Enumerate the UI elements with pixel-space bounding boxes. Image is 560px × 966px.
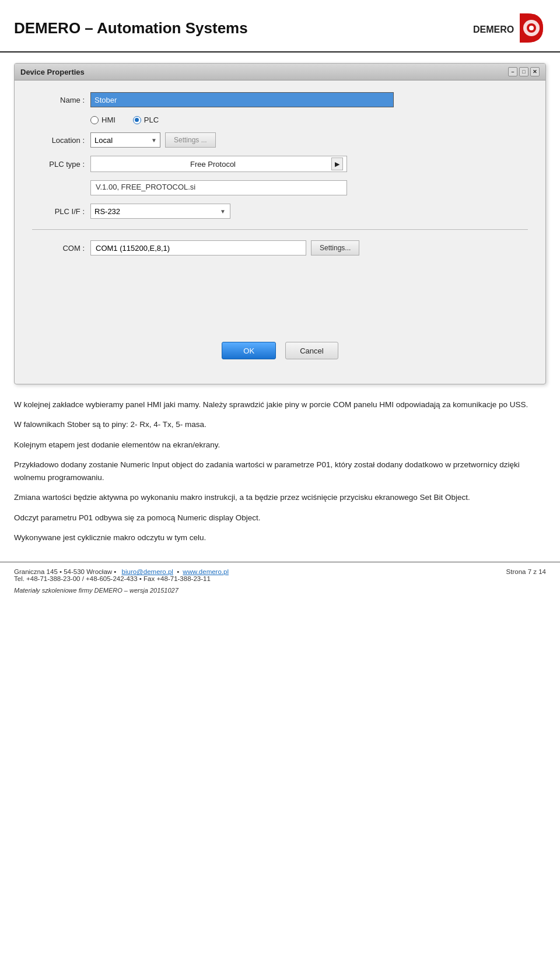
com-label: COM :: [32, 244, 90, 253]
close-button[interactable]: ✕: [530, 67, 540, 76]
page-footer: Graniczna 145 • 54-530 Wrocław • biuro@d…: [0, 562, 560, 586]
body-para2: W falownikach Stober są to piny: 2- Rx, …: [14, 418, 546, 431]
plc-type-box: Free Protocol ▶: [90, 156, 347, 172]
location-select[interactable]: Local: [90, 132, 160, 148]
com-row: COM : Settings...: [32, 240, 528, 256]
body-para3: Kolejnym etapem jest dodanie elementów n…: [14, 439, 546, 452]
plc-radio[interactable]: PLC: [133, 116, 159, 124]
com-input[interactable]: [90, 240, 306, 256]
dialog-titlebar: Device Properties – □ ✕: [15, 64, 545, 80]
titlebar-buttons: – □ ✕: [508, 67, 540, 76]
plc-type-value: Free Protocol: [94, 160, 331, 169]
footer-bottom: Materiały szkoleniowe firmy DEMERO – wer…: [0, 586, 560, 598]
footer-right: Strona 7 z 14: [506, 568, 546, 575]
body-para4: Przykładowo dodany zostanie Numeric Inpu…: [14, 459, 546, 485]
device-type-radio-group: HMI PLC: [90, 116, 159, 124]
ok-button[interactable]: OK: [222, 342, 276, 359]
footer-page-info: Strona 7 z 14: [506, 568, 546, 575]
name-label: Name :: [32, 96, 90, 104]
name-input[interactable]: [90, 92, 394, 107]
plc-if-label: PLC I/F :: [32, 207, 90, 216]
location-label: Location :: [32, 136, 90, 145]
plc-if-select-wrapper: RS-232 ▼: [90, 204, 230, 219]
footer-address: Graniczna 145 • 54-530 Wrocław •: [14, 568, 116, 575]
location-controls: Local ▼ Settings ...: [90, 132, 528, 148]
demero-logo: DEMERO: [470, 10, 546, 46]
page-title: DEMERO – Automation Systems: [14, 19, 248, 37]
version-text: V.1.00, FREE_PROTOCOL.si: [90, 180, 347, 195]
location-row: Location : Local ▼ Settings ...: [32, 132, 528, 148]
dialog-spacer: [32, 264, 528, 334]
plc-radio-dot: [135, 118, 139, 122]
device-properties-dialog: Device Properties – □ ✕ Name : HMI: [14, 63, 546, 384]
plc-if-select[interactable]: RS-232: [90, 204, 230, 219]
version-row: V.1.00, FREE_PROTOCOL.si: [32, 180, 528, 195]
dialog-body: Name : HMI PLC: [15, 80, 545, 384]
main-content: Device Properties – □ ✕ Name : HMI: [0, 52, 560, 544]
footer-bullet2: •: [177, 568, 179, 575]
footer-tel: Tel. +48-71-388-23-00 / +48-605-242-433 …: [14, 575, 211, 582]
body-para7: Wykonywane jest cyklicznie makro odczytu…: [14, 531, 546, 544]
svg-point-2: [529, 26, 534, 30]
page-header: DEMERO – Automation Systems DEMERO: [0, 0, 560, 52]
maximize-button[interactable]: □: [519, 67, 528, 76]
com-controls: Settings...: [90, 240, 528, 256]
logo-container: DEMERO: [470, 10, 546, 46]
plc-if-row: PLC I/F : RS-232 ▼: [32, 204, 528, 219]
location-select-wrapper: Local ▼: [90, 132, 160, 148]
plc-type-row: PLC type : Free Protocol ▶: [32, 156, 528, 172]
body-para5: Zmiana wartości będzie aktywna po wykona…: [14, 491, 546, 504]
location-settings-button[interactable]: Settings ...: [165, 132, 216, 148]
body-para6: Odczyt parametru P01 odbywa się za pomoc…: [14, 512, 546, 524]
hmi-radio-circle[interactable]: [90, 116, 99, 124]
plc-radio-circle[interactable]: [133, 116, 141, 124]
footer-website-link[interactable]: www.demero.pl: [183, 568, 229, 575]
plc-type-arrow-button[interactable]: ▶: [331, 158, 343, 170]
hmi-radio[interactable]: HMI: [90, 116, 116, 124]
cancel-button[interactable]: Cancel: [285, 342, 338, 359]
plc-type-label: PLC type :: [32, 160, 90, 169]
hmi-radio-label: HMI: [102, 116, 116, 124]
footer-email-link[interactable]: biuro@demero.pl: [122, 568, 173, 575]
dialog-title: Device Properties: [20, 68, 503, 76]
dialog-footer: OK Cancel: [32, 334, 528, 370]
minimize-button[interactable]: –: [508, 67, 517, 76]
svg-text:DEMERO: DEMERO: [473, 24, 514, 34]
form-divider: [32, 229, 528, 230]
body-para1: W kolejnej zakładce wybieramy panel HMI …: [14, 398, 546, 411]
com-settings-button[interactable]: Settings...: [311, 240, 359, 256]
plc-radio-label: PLC: [144, 116, 159, 124]
footer-bottom-text: Materiały szkoleniowe firmy DEMERO – wer…: [14, 587, 178, 594]
footer-left: Graniczna 145 • 54-530 Wrocław • biuro@d…: [14, 568, 229, 582]
radio-row: HMI PLC: [32, 116, 528, 124]
name-row: Name :: [32, 92, 528, 107]
